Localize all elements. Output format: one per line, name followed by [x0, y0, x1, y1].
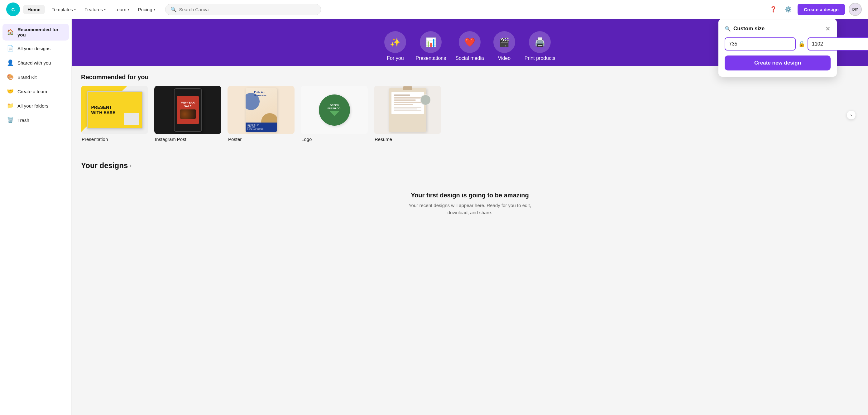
nav-actions: ❓ ⚙️ Create a design DIY: [768, 3, 862, 16]
nav-links: Templates ▾ Features ▾ Learn ▾ Pricing ▾: [48, 5, 159, 14]
panel-title-row: 🔍 Custom size: [725, 26, 765, 32]
width-input[interactable]: [725, 37, 796, 51]
features-chevron-icon: ▾: [104, 8, 106, 11]
templates-nav[interactable]: Templates ▾: [48, 5, 80, 14]
help-icon: ❓: [770, 6, 777, 13]
search-icon: 🔍: [170, 6, 177, 12]
search-input[interactable]: [179, 7, 316, 12]
avatar[interactable]: DIY: [849, 3, 862, 16]
panel-close-button[interactable]: ✕: [825, 25, 831, 32]
search-bar[interactable]: 🔍: [165, 4, 321, 15]
pricing-chevron-icon: ▾: [154, 8, 155, 11]
panel-search-icon: 🔍: [725, 26, 731, 32]
templates-chevron-icon: ▾: [74, 8, 76, 11]
settings-button[interactable]: ⚙️: [783, 4, 794, 15]
learn-chevron-icon: ▾: [128, 8, 129, 11]
height-input[interactable]: [808, 37, 868, 51]
help-button[interactable]: ❓: [768, 4, 779, 15]
gear-icon: ⚙️: [785, 6, 792, 13]
custom-size-panel: 🔍 Custom size ✕ 🔒 px ▾ Create new design: [718, 19, 837, 77]
create-new-design-button[interactable]: Create new design: [725, 56, 831, 70]
home-nav-item[interactable]: Home: [23, 5, 45, 14]
lock-icon: 🔒: [798, 40, 805, 48]
panel-header: 🔍 Custom size ✕: [725, 25, 831, 32]
features-nav[interactable]: Features ▾: [81, 5, 110, 14]
top-navigation: C Home Templates ▾ Features ▾ Learn ▾ Pr…: [0, 0, 868, 19]
panel-title: Custom size: [733, 26, 765, 32]
create-design-button[interactable]: Create a design: [798, 4, 845, 15]
pricing-nav[interactable]: Pricing ▾: [134, 5, 159, 14]
dropdown-overlay: 🔍 Custom size ✕ 🔒 px ▾ Create new design: [0, 19, 868, 415]
learn-nav[interactable]: Learn ▾: [111, 5, 133, 14]
canva-logo[interactable]: C: [6, 2, 20, 16]
panel-inputs: 🔒 px ▾: [725, 37, 831, 51]
